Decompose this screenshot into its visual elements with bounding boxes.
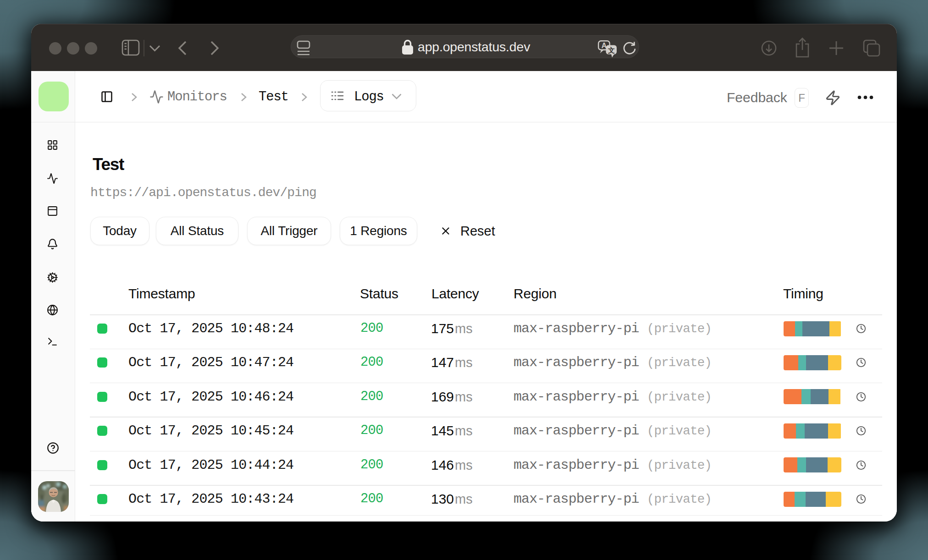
svg-text:文: 文: [608, 46, 615, 54]
